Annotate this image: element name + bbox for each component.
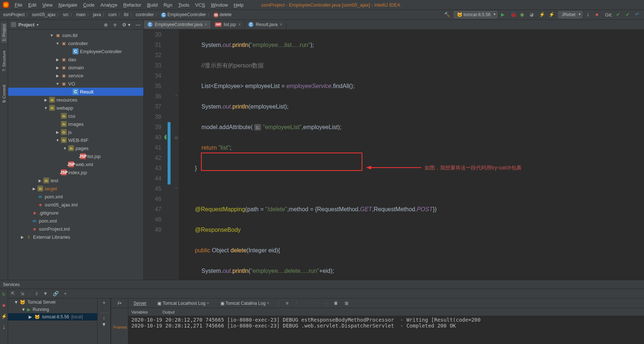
menu-help[interactable]: Help — [231, 2, 246, 8]
stop-icon[interactable]: ■ — [1, 302, 7, 308]
build-icon[interactable]: 🔨 — [444, 12, 450, 18]
crumb[interactable]: com — [108, 12, 117, 17]
crumb[interactable]: controller — [136, 12, 154, 17]
debug-attach-icon[interactable]: ⤓ — [1, 324, 7, 330]
jrebel-run-icon[interactable]: ⚡ — [539, 12, 545, 18]
rerun-icon[interactable]: ↻ — [1, 291, 7, 297]
funnel-icon[interactable]: ▼ — [102, 322, 106, 327]
evaluate-icon[interactable]: 🖩 — [334, 301, 338, 306]
link-icon[interactable]: 🔗 — [53, 291, 59, 296]
tree-row[interactable]: JSPlist.jsp — [8, 152, 143, 160]
tree-row[interactable]: JSPweb.xml — [8, 160, 143, 168]
tree-row[interactable]: ▼▣VO — [8, 80, 143, 88]
crumb[interactable]: java — [93, 12, 101, 17]
services-tree-row[interactable]: ▼🐱Tomcat Server — [8, 299, 97, 306]
tree-row[interactable]: 🖿images — [8, 120, 143, 128]
jrebel-dropdown[interactable]: JRebel — [558, 11, 582, 18]
tree-row[interactable]: ▼▣com.lbl — [8, 31, 143, 39]
stop-icon[interactable]: ■ — [596, 12, 601, 18]
sort-icon[interactable]: ↓ — [103, 315, 105, 320]
editor-tab[interactable]: CEmployeeController.java× — [144, 21, 211, 29]
filter-icon[interactable]: ▼ — [43, 291, 48, 296]
collapse-icon[interactable]: ≑ — [113, 22, 117, 28]
tree-row[interactable]: CResult — [8, 88, 143, 96]
console-tool-icon[interactable]: ≡ — [286, 301, 289, 306]
step-out-icon[interactable]: ↑ — [313, 301, 315, 306]
git-update-icon[interactable]: ↶ — [635, 12, 641, 18]
chev-icon[interactable]: » — [103, 300, 105, 305]
tree-row[interactable]: ▶🖿test — [8, 176, 143, 184]
services-tree[interactable]: ▼🐱Tomcat Server▼▶Running▶🐱tomcat-8.5.56 … — [8, 299, 98, 344]
tree-row[interactable]: ▼🖿webapp — [8, 104, 143, 112]
tab-project[interactable]: 1: Project — [1, 23, 7, 43]
tab-structure[interactable]: 7: Structure — [1, 49, 7, 73]
tree-row[interactable]: ◆.gitignore — [8, 209, 143, 217]
menu-file[interactable]: File — [12, 2, 25, 8]
tree-row[interactable]: ▼🖿WEB-INF — [8, 136, 143, 144]
editor-tab[interactable]: CResult.java× — [245, 21, 286, 29]
menu-analyze[interactable]: Analyze — [98, 2, 120, 8]
crumb[interactable]: src — [63, 12, 69, 17]
menu-vcs[interactable]: VCS — [192, 2, 208, 8]
editor-tab[interactable]: JSPlist.jsp× — [211, 21, 245, 29]
tree-row[interactable]: ▶⫴External Libraries — [8, 233, 143, 241]
menu-edit[interactable]: Edit — [25, 2, 39, 8]
run-config-dropdown[interactable]: 🐱 tomcat-8.5.56 — [454, 11, 498, 18]
tree-row[interactable]: ▶▣domain — [8, 63, 143, 72]
git-push-icon[interactable]: ✔ — [626, 12, 632, 18]
tree-row[interactable]: ◆ssm05_ajax.iml — [8, 201, 143, 209]
tree-row[interactable]: 🖿css — [8, 112, 143, 120]
locate-icon[interactable]: ⊕ — [104, 22, 108, 28]
console-output[interactable]: 2020-10-19 20:28:12,270 745665 [io-8080-… — [128, 316, 644, 344]
tree-row[interactable]: ▶▣dao — [8, 55, 143, 63]
layout-icon[interactable]: ⊞ — [345, 301, 348, 306]
crumb[interactable]: ssmProject — [3, 12, 25, 17]
catalina-log-tab[interactable]: ▣ Tomcat Catalina Log × — [218, 300, 272, 307]
tree-row[interactable]: ▶🖿js — [8, 128, 143, 136]
group-icon[interactable]: ⫴ — [36, 291, 38, 297]
attach-icon[interactable]: ⤓ — [586, 12, 592, 18]
run-to-cursor-icon[interactable]: →| — [322, 301, 327, 306]
crumb[interactable]: mdelete — [213, 12, 232, 18]
menu-tools[interactable]: Tools — [175, 2, 192, 8]
server-tab[interactable]: Server — [131, 300, 149, 307]
settings-icon[interactable]: ⚙ ▾ — [122, 22, 131, 28]
close-icon[interactable]: × — [238, 22, 241, 27]
menu-navigate[interactable]: Navigate — [55, 2, 80, 8]
localhost-log-tab[interactable]: ▣ Tomcat Localhost Log × — [155, 300, 211, 307]
jrebel-icon[interactable]: ⚡ — [1, 313, 7, 319]
menu-build[interactable]: Build — [144, 2, 161, 8]
step-over-icon[interactable]: ⤴ — [295, 301, 297, 306]
crumb[interactable]: main — [76, 12, 85, 17]
tree-row[interactable]: ▶🖿resources — [8, 96, 143, 104]
tree-row[interactable]: mpom.xml — [8, 217, 143, 225]
hide-icon[interactable]: — — [136, 22, 140, 28]
tree-row[interactable]: ▶🖿target — [8, 184, 143, 193]
menu-window[interactable]: Window — [208, 2, 231, 8]
close-icon[interactable]: × — [280, 22, 282, 27]
menu-code[interactable]: Code — [80, 2, 98, 8]
services-tree-row[interactable]: ▼▶Running — [8, 306, 97, 313]
step-into-icon[interactable]: ↓ — [304, 301, 306, 306]
profile-icon[interactable]: ◕ — [530, 12, 535, 18]
jrebel-debug-icon[interactable]: ⚡ — [549, 12, 555, 18]
menu-refactor[interactable]: Refactor — [120, 2, 144, 8]
coverage-icon[interactable]: ◉ — [520, 12, 526, 18]
debug-icon[interactable]: 🐞 — [511, 12, 516, 18]
tree-row[interactable]: JSPindex.jsp — [8, 168, 143, 176]
git-commit-icon[interactable]: ✔ — [616, 12, 622, 18]
dropdown-icon[interactable]: ▾ — [37, 23, 39, 27]
menu-view[interactable]: View — [39, 2, 55, 8]
crumb[interactable]: CEmployeeController — [161, 12, 206, 18]
add-icon[interactable]: + — [64, 291, 67, 296]
expand-icon[interactable]: ⇱ — [11, 291, 15, 296]
run-icon[interactable]: ▶ — [501, 12, 507, 18]
crumb[interactable]: lbl — [124, 12, 128, 17]
crumb[interactable]: ssm05_ajax — [32, 12, 55, 17]
services-tree-row[interactable]: ▶🐱tomcat-8.5.56 [local] — [8, 313, 97, 321]
tree-row[interactable]: ◆ssmProject.iml — [8, 225, 143, 233]
tab-commit[interactable]: ⇅ Commit — [1, 83, 7, 105]
tree-row[interactable]: ▶▣service — [8, 72, 143, 80]
close-icon[interactable]: × — [205, 22, 207, 27]
tree-row[interactable]: ▼▣controller — [8, 39, 143, 47]
